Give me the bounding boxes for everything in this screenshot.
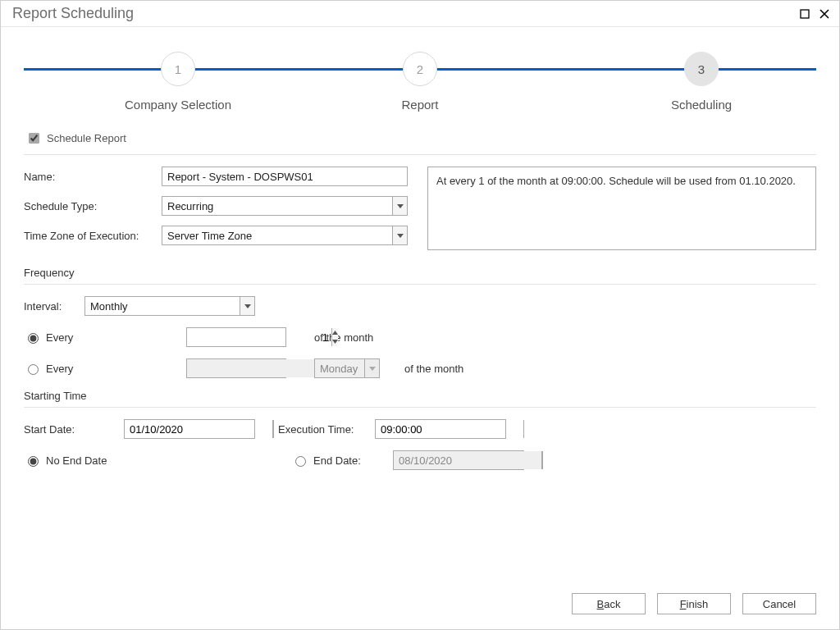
every-label: Every <box>46 331 73 344</box>
schedule-type-combo[interactable] <box>162 196 408 216</box>
of-the-month-label: of the month <box>404 363 463 375</box>
wizard-step-scheduling[interactable]: 3 Scheduling <box>619 52 783 112</box>
end-date-value <box>394 451 541 469</box>
row-interval: Interval: <box>24 296 816 316</box>
execution-time-value[interactable] <box>376 420 523 438</box>
form-area: Name: Schedule Type: Time Zone of Execut… <box>24 167 816 255</box>
frequency-section-title: Frequency <box>24 267 816 285</box>
interval-value[interactable] <box>84 296 255 316</box>
close-icon[interactable] <box>816 6 833 22</box>
step-label: Scheduling <box>619 98 783 112</box>
interval-label: Interval: <box>24 300 76 313</box>
back-button[interactable]: Back <box>572 593 646 614</box>
dialog-window: Report Scheduling 1 Company Selection 2 … <box>0 0 840 630</box>
execution-time-input[interactable] <box>375 419 506 439</box>
chevron-down-icon[interactable] <box>240 297 254 315</box>
end-date-label: End Date: <box>313 454 361 467</box>
footer-buttons: Back Finish Cancel <box>572 593 816 614</box>
svg-marker-10 <box>369 367 376 371</box>
schedule-report-checkbox[interactable] <box>29 133 39 144</box>
maximize-icon[interactable] <box>797 6 813 22</box>
time-zone-value[interactable] <box>162 226 408 245</box>
titlebar: Report Scheduling <box>1 1 839 27</box>
no-end-date-label: No End Date <box>46 454 107 467</box>
weekday-combo <box>314 358 380 378</box>
chevron-down-icon[interactable] <box>392 197 407 215</box>
svg-marker-4 <box>397 234 404 238</box>
spinner-buttons <box>542 451 543 469</box>
spinner-buttons <box>273 420 274 438</box>
every-day-radio[interactable] <box>28 333 39 344</box>
start-date-input[interactable] <box>124 419 255 439</box>
svg-marker-6 <box>332 331 338 335</box>
schedule-report-label: Schedule Report <box>47 132 126 144</box>
wizard-stepper: 1 Company Selection 2 Report 3 Schedulin… <box>24 45 816 119</box>
svg-marker-5 <box>244 304 251 308</box>
no-end-date-group: No End Date <box>24 454 253 467</box>
interval-combo[interactable] <box>84 296 255 316</box>
svg-marker-7 <box>332 340 338 344</box>
spinner-buttons <box>523 420 524 438</box>
wizard-step-company-selection[interactable]: 1 Company Selection <box>96 52 260 112</box>
svg-marker-3 <box>397 204 404 208</box>
every-nth-radio[interactable] <box>28 364 39 375</box>
spinner-buttons <box>331 328 338 346</box>
finish-button[interactable]: Finish <box>657 593 731 614</box>
row-name: Name: <box>24 167 409 186</box>
row-schedule-type: Schedule Type: <box>24 196 409 216</box>
content-area: 1 Company Selection 2 Report 3 Schedulin… <box>1 27 839 629</box>
name-input[interactable] <box>162 167 408 186</box>
step-number: 2 <box>403 52 437 86</box>
chevron-down-icon <box>364 359 379 377</box>
svg-rect-0 <box>801 10 809 18</box>
row-time-zone: Time Zone of Execution: <box>24 226 409 245</box>
end-date-input <box>393 450 524 470</box>
row-start-date: Start Date: Execution Time: <box>24 419 816 439</box>
cancel-button[interactable]: Cancel <box>742 593 816 614</box>
end-date-group: End Date: <box>291 454 385 467</box>
chevron-down-icon[interactable] <box>392 226 407 244</box>
wizard-step-report[interactable]: 2 Report <box>338 52 502 112</box>
name-label: Name: <box>24 171 162 183</box>
day-of-month-spinner[interactable] <box>186 327 286 347</box>
row-every-day-of-month: Every of the month <box>24 327 816 347</box>
spinner-up-icon[interactable] <box>332 328 338 337</box>
nth-value <box>187 359 331 377</box>
row-end-date: No End Date End Date: <box>24 450 816 470</box>
every-nth-radio-group: Every <box>24 362 147 375</box>
nth-spinner <box>186 358 286 378</box>
end-date-radio[interactable] <box>295 456 306 467</box>
spinner-down-icon[interactable] <box>332 337 338 346</box>
schedule-description: At every 1 of the month at 09:00:00. Sch… <box>427 167 816 250</box>
step-number: 1 <box>161 52 195 86</box>
step-number: 3 <box>684 52 719 86</box>
starting-time-section-title: Starting Time <box>24 390 816 408</box>
window-title: Report Scheduling <box>7 5 793 22</box>
execution-time-label: Execution Time: <box>278 423 367 436</box>
no-end-date-radio[interactable] <box>28 456 39 467</box>
row-every-nth-weekday: Every of the mo <box>24 358 816 378</box>
step-label: Company Selection <box>96 98 260 112</box>
time-zone-combo[interactable] <box>162 226 408 245</box>
time-zone-label: Time Zone of Execution: <box>24 230 162 242</box>
every-day-radio-group: Every <box>24 331 147 344</box>
starting-time-body: Start Date: Execution Time: <box>24 419 816 470</box>
day-of-month-value[interactable] <box>187 328 331 346</box>
start-date-value[interactable] <box>125 420 272 438</box>
every-label: Every <box>46 363 73 375</box>
schedule-type-value[interactable] <box>162 196 408 216</box>
form-left: Name: Schedule Type: Time Zone of Execut… <box>24 167 409 255</box>
schedule-type-label: Schedule Type: <box>24 200 162 212</box>
frequency-body: Interval: Every <box>24 296 816 378</box>
schedule-report-row: Schedule Report <box>24 126 816 155</box>
step-label: Report <box>338 98 502 112</box>
start-date-label: Start Date: <box>24 423 116 436</box>
